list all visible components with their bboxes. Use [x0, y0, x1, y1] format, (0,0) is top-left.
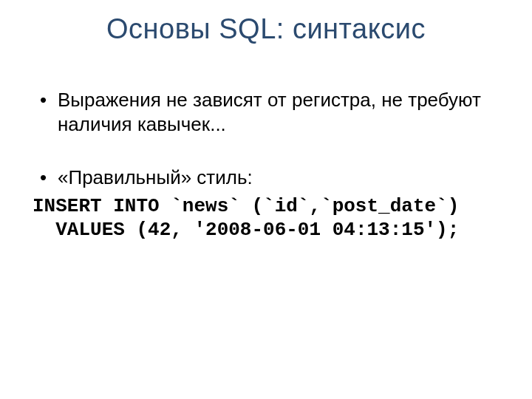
- code-example: INSERT INTO `news` (`id`,`post_date`) VA…: [30, 194, 502, 242]
- slide-title: Основы SQL: синтаксис: [30, 13, 502, 45]
- bullet-item: Выражения не зависят от регистра, не тре…: [35, 88, 502, 136]
- bullet-list: Выражения не зависят от регистра, не тре…: [30, 88, 502, 190]
- bullet-item: «Правильный» стиль:: [35, 166, 502, 190]
